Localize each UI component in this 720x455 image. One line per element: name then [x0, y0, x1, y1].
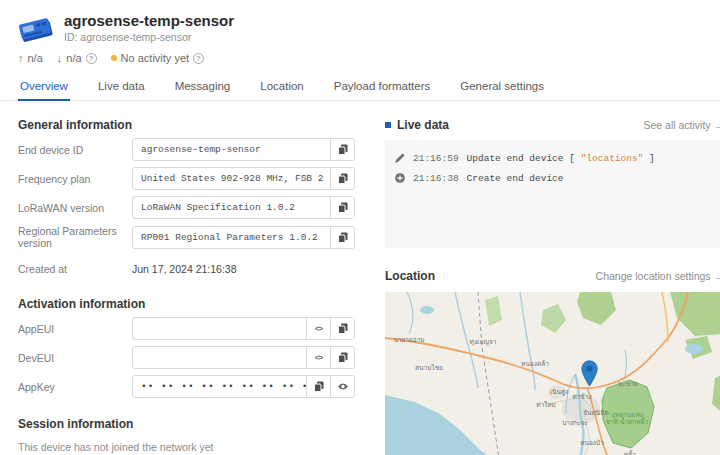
eye-icon	[337, 382, 349, 391]
lorawan-version-field[interactable]: LoRaWAN Specification 1.0.2	[132, 196, 355, 219]
downlink-value: n/a	[66, 52, 81, 64]
field-label: AppEUI	[18, 323, 132, 335]
field-label: AppKey	[18, 381, 132, 393]
tab-payload-formatters[interactable]: Payload formatters	[332, 76, 433, 100]
event-highlight: "locations"	[581, 153, 644, 164]
copy-button[interactable]	[330, 318, 354, 339]
deveui-field[interactable]: <>	[132, 346, 355, 369]
map-place-label: ทุ่งเบญจา	[470, 337, 497, 347]
regional-parameters-field[interactable]: RP001 Regional Parameters 1.0.2	[132, 226, 355, 249]
map-park-label: อุทยานแห่งชาติ น้ำตกพลิ้ว	[605, 411, 649, 425]
copy-icon	[314, 381, 324, 392]
map-place-label: มะขาม	[618, 379, 638, 389]
help-icon[interactable]: ?	[86, 53, 97, 64]
created-at-row: Created at Jun 17, 2024 21:16:38	[18, 257, 355, 280]
location-header: Location Change location settings →	[385, 269, 720, 283]
tab-overview[interactable]: Overview	[18, 76, 70, 101]
copy-icon	[338, 144, 348, 155]
end-device-id-row: End device ID agrosense-temp-sensor	[18, 138, 355, 161]
map-place-label: บางกะจะ	[562, 418, 588, 428]
tab-general-settings[interactable]: General settings	[458, 76, 546, 100]
map-place-label: นายายอาม	[393, 335, 424, 345]
appkey-row: AppKey •• •• •• •• •• •• •• •• •• •• •• …	[18, 375, 355, 398]
map-place-label: หนองบัว	[580, 438, 604, 448]
appeui-field[interactable]: <>	[132, 317, 355, 340]
copy-button[interactable]	[330, 227, 354, 248]
live-data-bullet-icon	[385, 122, 391, 128]
uplink-arrow-icon: ↑	[18, 52, 24, 64]
copy-icon	[338, 173, 348, 184]
field-label: End device ID	[18, 144, 132, 156]
lorawan-version-row: LoRaWAN version LoRaWAN Specification 1.…	[18, 196, 355, 219]
general-information-heading: General information	[18, 118, 355, 132]
live-data-heading: Live data	[397, 118, 449, 132]
see-all-activity-link[interactable]: See all activity →	[643, 119, 720, 131]
location-marker-pin[interactable]	[581, 360, 598, 387]
activity-status-text: No activity yet	[121, 52, 189, 64]
copy-icon	[338, 202, 348, 213]
map-place-label: พลิ้ว	[624, 450, 636, 455]
create-plus-icon	[395, 173, 405, 183]
code-icon: <>	[315, 324, 322, 333]
field-label: Created at	[18, 263, 132, 275]
code-toggle-button[interactable]: <>	[306, 347, 330, 368]
live-data-header: Live data See all activity →	[385, 118, 720, 132]
reveal-button[interactable]	[330, 376, 354, 397]
activation-information-heading: Activation information	[18, 297, 355, 311]
map-place-label: หนองคล้า	[521, 359, 549, 369]
location-map[interactable]: นายายอาม ทุ่งเบญจา สนามไชย หนองคล้า เนิน…	[385, 292, 720, 455]
appkey-field[interactable]: •• •• •• •• •• •• •• •• •• •• •• •• •• •…	[132, 375, 355, 398]
copy-button[interactable]	[306, 376, 330, 397]
tab-live-data[interactable]: Live data	[96, 76, 147, 100]
code-toggle-button[interactable]: <>	[306, 318, 330, 339]
activity-status-dot	[111, 55, 117, 61]
frequency-plan-row: Frequency plan United States 902-928 MHz…	[18, 167, 355, 190]
device-icon	[18, 12, 54, 42]
downlink-arrow-icon: ↓	[57, 52, 63, 64]
field-label: Regional Parameters version	[18, 225, 132, 249]
device-stats: ↑ n/a ↓ n/a ? No activity yet ?	[18, 52, 704, 64]
change-location-settings-link[interactable]: Change location settings →	[596, 270, 720, 282]
tab-messaging[interactable]: Messaging	[173, 76, 233, 100]
tab-location[interactable]: Location	[258, 76, 305, 100]
copy-button[interactable]	[330, 168, 354, 189]
live-data-event[interactable]: 21:16:59 Update end device [ "locations"…	[395, 148, 714, 168]
copy-button[interactable]	[330, 139, 354, 160]
help-icon[interactable]: ?	[193, 53, 204, 64]
copy-button[interactable]	[330, 347, 354, 368]
field-label: LoRaWAN version	[18, 202, 132, 214]
map-place-label: ท่าใหม่	[536, 400, 556, 410]
live-data-event[interactable]: 21:16:38 Create end device	[395, 168, 714, 188]
location-heading: Location	[385, 269, 435, 283]
map-place-label: สนามไชย	[415, 363, 443, 373]
copy-button[interactable]	[330, 197, 354, 218]
end-device-id-field[interactable]: agrosense-temp-sensor	[132, 138, 355, 161]
session-status-text: This device has not joined the network y…	[18, 441, 355, 453]
map-tiles	[385, 292, 720, 455]
code-icon: <>	[315, 353, 322, 362]
map-place-label: ท่าช้าง	[572, 392, 591, 402]
deveui-row: DevEUI <>	[18, 346, 355, 369]
session-information-heading: Session information	[18, 417, 355, 431]
created-at-value: Jun 17, 2024 21:16:38	[132, 263, 237, 275]
map-place-label: เนินสูง	[550, 387, 568, 397]
copy-icon	[338, 323, 348, 334]
edit-pencil-icon	[395, 153, 405, 163]
frequency-plan-field[interactable]: United States 902-928 MHz, FSB 2 (used b…	[132, 167, 355, 190]
page-title: agrosense-temp-sensor	[64, 12, 234, 29]
regional-parameters-row: Regional Parameters version RP001 Region…	[18, 225, 355, 249]
live-data-panel: 21:16:59 Update end device [ "locations"…	[385, 140, 720, 248]
copy-icon	[338, 232, 348, 243]
device-header: agrosense-temp-sensor ID: agrosense-temp…	[0, 0, 720, 64]
device-id: ID: agrosense-temp-sensor	[64, 31, 234, 43]
field-label: Frequency plan	[18, 173, 132, 185]
tab-bar: Overview Live data Messaging Location Pa…	[0, 76, 720, 101]
copy-icon	[338, 352, 348, 363]
uplink-value: n/a	[28, 52, 43, 64]
appeui-row: AppEUI <>	[18, 317, 355, 340]
field-label: DevEUI	[18, 352, 132, 364]
